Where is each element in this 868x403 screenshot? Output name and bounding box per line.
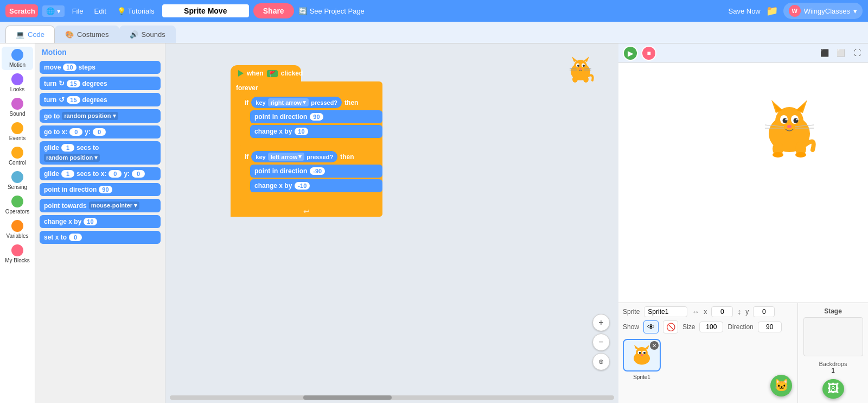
forever-block[interactable]: forever if key right arrow ▾	[231, 81, 382, 217]
zoom-controls: + − ⊕	[592, 314, 610, 370]
block-point-towards[interactable]: point towards mouse-pointer ▾	[40, 199, 161, 212]
show-visible-button[interactable]: 👁	[643, 320, 659, 333]
category-control[interactable]: Control	[2, 144, 33, 168]
block-goto-xy[interactable]: go to x: 0 y: 0	[40, 125, 161, 138]
green-flag-icon	[238, 70, 244, 77]
x-coord-input[interactable]	[711, 306, 733, 317]
backdrops-label: Backdrops	[819, 361, 847, 367]
code-area[interactable]: when 🚩 clicked forever if key	[165, 43, 618, 403]
user-chevron: ▾	[853, 7, 857, 15]
sprite-name-input[interactable]	[644, 306, 687, 317]
category-myblocks[interactable]: My Blocks	[2, 242, 33, 266]
towards-dropdown[interactable]: mouse-pointer ▾	[89, 202, 139, 210]
if2-header[interactable]: if key left arrow ▾ pressed? then	[240, 149, 382, 165]
tab-code[interactable]: 💻 Code	[5, 26, 55, 43]
block-goto[interactable]: go to random position ▾	[40, 109, 161, 123]
username: WiingyClasses	[804, 7, 850, 15]
scratch-logo[interactable]: Scratch	[5, 4, 38, 17]
avatar: W	[789, 5, 801, 17]
x-coord-label: x	[704, 308, 707, 316]
change-x-block-2[interactable]: change x by -10	[250, 179, 382, 192]
see-project-button[interactable]: 🔄 See Project Page	[298, 7, 365, 15]
event-block[interactable]: when 🚩 clicked	[231, 65, 301, 81]
sound-dot	[11, 98, 23, 110]
show-hidden-button[interactable]: 🚫	[663, 320, 678, 333]
point-dir-block-1[interactable]: point in direction 90	[250, 110, 382, 123]
project-name-input[interactable]	[162, 4, 249, 17]
tab-sounds[interactable]: 🔊 Sounds	[119, 26, 176, 43]
sprite-stage-bottom: Sprite ↔ x ↕ y Show 👁 🚫 Size	[618, 303, 868, 403]
category-motion[interactable]: Motion	[2, 47, 33, 70]
block-move[interactable]: move 10 steps	[40, 61, 161, 74]
folder-icon[interactable]: 📁	[766, 5, 778, 17]
sprite-info-row: Sprite ↔ x ↕ y	[623, 306, 793, 317]
direction-label: Direction	[727, 323, 753, 331]
save-now-button[interactable]: Save Now	[729, 7, 761, 15]
backdrops-count: 1	[831, 367, 834, 374]
script-stack: when 🚩 clicked forever if key	[231, 65, 382, 217]
share-button[interactable]: Share	[253, 3, 294, 18]
block-turn-cw[interactable]: turn ↻ 15 degrees	[40, 77, 161, 90]
dir-value-1: 90	[310, 113, 323, 121]
direction-input[interactable]	[758, 322, 782, 332]
add-sprite-area: 🐱	[770, 375, 792, 396]
sounds-tab-label: Sounds	[142, 30, 165, 39]
block-change-x[interactable]: change x by 10	[40, 215, 161, 228]
add-sprite-button[interactable]: 🐱	[770, 375, 792, 396]
globe-button[interactable]: 🌐 ▾	[42, 5, 65, 17]
scrollbar-track[interactable]	[170, 395, 614, 400]
block-point-direction[interactable]: point in direction 90	[40, 183, 161, 196]
point-dir-block-2[interactable]: point in direction -90	[250, 165, 382, 178]
motion-label: Motion	[9, 62, 25, 68]
motion-dot	[11, 49, 23, 61]
category-looks[interactable]: Looks	[2, 71, 33, 95]
sprite-thumb-1[interactable]: ✕ Sprite1	[623, 339, 661, 371]
normal-stage-button[interactable]: ⬜	[834, 47, 847, 60]
show-label: Show	[623, 323, 639, 331]
add-backdrop-button[interactable]: 🖼	[822, 379, 844, 399]
fullscreen-button[interactable]: ⛶	[851, 47, 864, 60]
svg-point-44	[643, 352, 646, 354]
if1-header[interactable]: if key right arrow ▾ pressed? then	[240, 95, 382, 110]
tutorials-button[interactable]: 💡 Tutorials	[114, 5, 158, 17]
stage-main: ▶ ■ ⬛ ⬜ ⛶	[618, 43, 868, 403]
key-dropdown-1[interactable]: right arrow ▾	[268, 98, 309, 106]
code-tab-label: Code	[28, 30, 44, 39]
svg-point-14	[572, 76, 578, 83]
svg-point-43	[639, 352, 641, 354]
category-operators[interactable]: Operators	[2, 193, 33, 217]
y-coord-input[interactable]	[753, 306, 775, 317]
category-sensing[interactable]: Sensing	[2, 169, 33, 192]
cat-corner-sprite	[564, 54, 597, 86]
tab-costumes[interactable]: 🎨 Costumes	[55, 26, 119, 43]
glide-dropdown[interactable]: random position ▾	[44, 154, 100, 162]
category-events[interactable]: Events	[2, 120, 33, 143]
zoom-out-button[interactable]: −	[592, 333, 610, 351]
myblocks-dot	[11, 244, 23, 256]
green-flag-button[interactable]: ▶	[623, 46, 638, 61]
looks-label: Looks	[10, 86, 25, 92]
small-stage-button[interactable]: ⬛	[818, 47, 831, 60]
zoom-in-button[interactable]: +	[592, 314, 610, 331]
svg-point-38	[636, 347, 648, 359]
stage-right-section: Stage Backdrops 1 🖼	[797, 303, 868, 403]
zoom-center-button[interactable]: ⊕	[592, 353, 610, 370]
block-glide-xy[interactable]: glide 1 secs to x: 0 y: 0	[40, 167, 161, 180]
goto-dropdown[interactable]: random position ▾	[62, 112, 118, 120]
svg-marker-3	[572, 56, 577, 62]
size-input[interactable]	[699, 322, 723, 332]
block-set-x[interactable]: set x to 0	[40, 231, 161, 244]
stop-button[interactable]: ■	[641, 46, 656, 61]
key-dropdown-2[interactable]: left arrow ▾	[268, 153, 305, 161]
block-glide-random[interactable]: glide 1 secs to random position ▾	[40, 141, 161, 165]
tab-bar: 💻 Code 🎨 Costumes 🔊 Sounds	[0, 22, 868, 43]
sprite-delete-button[interactable]: ✕	[650, 341, 659, 350]
file-menu[interactable]: File	[69, 5, 87, 17]
user-badge[interactable]: W WiingyClasses ▾	[783, 3, 863, 19]
edit-menu[interactable]: Edit	[91, 5, 110, 17]
category-sound[interactable]: Sound	[2, 96, 33, 119]
category-variables[interactable]: Variables	[2, 218, 33, 241]
operators-label: Operators	[5, 209, 29, 215]
change-x-block-1[interactable]: change x by 10	[250, 125, 382, 138]
block-turn-ccw[interactable]: turn ↺ 15 degrees	[40, 93, 161, 106]
